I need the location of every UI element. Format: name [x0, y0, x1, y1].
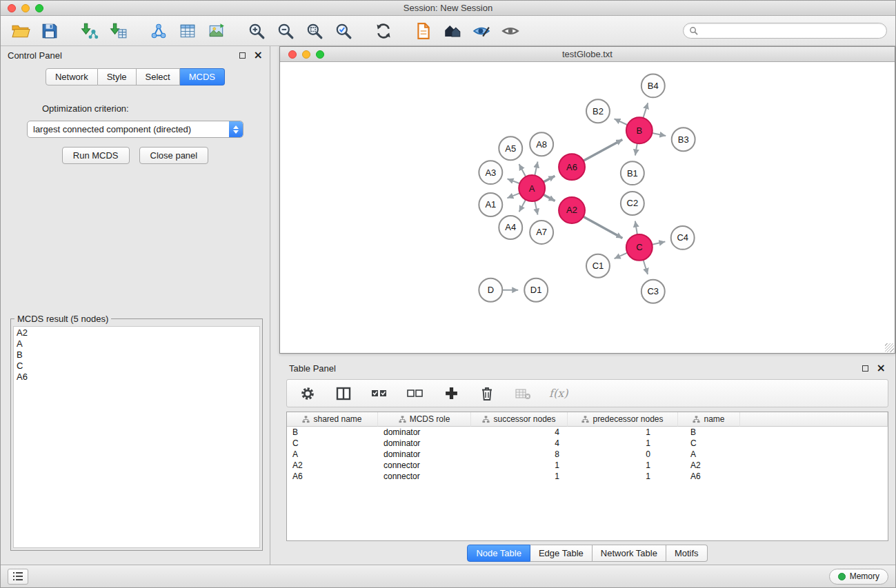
edge-A-A8[interactable]	[535, 162, 537, 176]
graph-node-B1[interactable]: B1	[621, 161, 644, 185]
graph-node-C4[interactable]: C4	[671, 226, 695, 250]
close-table-panel-icon[interactable]: ×	[877, 363, 886, 374]
close-panel-button[interactable]: Close panel	[139, 147, 209, 164]
edge-B-B3[interactable]	[652, 133, 666, 136]
tab-network[interactable]: Network	[46, 68, 98, 85]
graph-node-A8[interactable]: A8	[530, 132, 553, 156]
close-window-button[interactable]	[8, 4, 16, 12]
table-row[interactable]: A2 connector 1 1 A2	[287, 460, 888, 471]
edge-A-A7[interactable]	[535, 201, 537, 215]
edge-C-C2[interactable]	[635, 221, 637, 234]
edge-A-A1[interactable]	[507, 193, 519, 198]
edge-A-A2[interactable]	[544, 194, 555, 201]
result-item[interactable]: B	[14, 349, 259, 361]
graph-node-B3[interactable]: B3	[672, 128, 695, 151]
float-table-panel-icon[interactable]	[862, 365, 868, 372]
graph-node-D[interactable]: D	[479, 278, 502, 302]
create-column-button[interactable]	[441, 384, 461, 403]
graph-node-A5[interactable]: A5	[499, 136, 522, 160]
close-network-window-button[interactable]	[288, 50, 297, 59]
edge-B-B1[interactable]	[635, 143, 637, 155]
new-table-button[interactable]	[176, 19, 199, 43]
edge-A-A6[interactable]	[544, 176, 555, 182]
open-session-button[interactable]	[9, 19, 32, 43]
column-header-mcds-role[interactable]: MCDS role	[378, 412, 471, 427]
delete-table-button[interactable]	[513, 384, 532, 403]
edge-C-C3[interactable]	[644, 260, 648, 274]
function-builder-button[interactable]: f(x)	[549, 387, 568, 400]
birds-eye-view-button[interactable]	[499, 19, 522, 43]
table-settings-button[interactable]	[298, 384, 317, 403]
edge-A-A4[interactable]	[519, 200, 526, 212]
edge-B-B2[interactable]	[615, 119, 628, 125]
tab-select[interactable]: Select	[137, 68, 180, 85]
network-graph[interactable]: B4B2BB3A5A8A6A3B1AC2A1A2A4A7C4CC1DD1C3	[280, 62, 895, 353]
minimize-network-window-button[interactable]	[302, 50, 310, 59]
graph-node-A1[interactable]: A1	[479, 193, 502, 216]
unselect-all-button[interactable]	[406, 384, 425, 403]
graph-node-A3[interactable]: A3	[479, 161, 502, 184]
search-input[interactable]	[701, 26, 881, 36]
edge-A2-C[interactable]	[584, 216, 623, 238]
zoom-fit-button[interactable]	[303, 19, 326, 43]
result-item[interactable]: A	[14, 338, 259, 349]
edge-A-A5[interactable]	[519, 164, 526, 176]
graph-node-A7[interactable]: A7	[530, 221, 553, 244]
network-canvas[interactable]: B4B2BB3A5A8A6A3B1AC2A1A2A4A7C4CC1DD1C3	[280, 62, 895, 353]
graph-node-A4[interactable]: A4	[499, 216, 522, 239]
edge-A-A3[interactable]	[508, 179, 520, 183]
zoom-in-button[interactable]	[245, 19, 268, 43]
tab-motifs[interactable]: Motifs	[666, 545, 708, 562]
float-panel-icon[interactable]	[239, 52, 246, 59]
show-columns-button[interactable]	[334, 384, 353, 403]
home-button[interactable]	[441, 19, 464, 43]
graph-node-B4[interactable]: B4	[641, 74, 665, 97]
search-box[interactable]	[683, 23, 887, 39]
edge-C-C4[interactable]	[652, 241, 665, 244]
table-row[interactable]: B dominator 4 1 B	[287, 427, 888, 438]
column-header-predecessor-nodes[interactable]: predecessor nodes	[568, 412, 678, 427]
edge-C-C1[interactable]	[615, 253, 628, 258]
graph-node-C[interactable]: C	[626, 234, 653, 261]
resize-handle[interactable]	[885, 343, 894, 352]
zoom-network-window-button[interactable]	[316, 50, 324, 59]
graph-node-B[interactable]: B	[626, 117, 653, 143]
run-mcds-button[interactable]: Run MCDS	[62, 147, 130, 164]
tab-network-table[interactable]: Network Table	[593, 545, 666, 562]
graphics-details-button[interactable]	[470, 19, 493, 43]
tab-style[interactable]: Style	[98, 68, 137, 85]
new-network-button[interactable]	[147, 19, 170, 43]
refresh-button[interactable]	[372, 19, 395, 43]
tab-mcds[interactable]: MCDS	[180, 68, 225, 85]
graph-node-D1[interactable]: D1	[524, 278, 548, 302]
zoom-window-button[interactable]	[35, 4, 43, 12]
graph-node-A[interactable]: A	[519, 175, 545, 201]
graph-node-C2[interactable]: C2	[621, 192, 644, 215]
mcds-result-list[interactable]: A2 A B C A6	[13, 326, 260, 548]
table-row[interactable]: A dominator 8 0 A	[287, 449, 888, 460]
delete-column-button[interactable]	[477, 384, 497, 403]
graph-node-A6[interactable]: A6	[559, 154, 585, 180]
optimization-criterion-select[interactable]: largest connected component (directed)	[27, 121, 243, 138]
column-header-successor-nodes[interactable]: successor nodes	[471, 412, 568, 427]
task-history-button[interactable]	[8, 569, 28, 585]
result-item[interactable]: C	[14, 361, 259, 372]
graph-node-C3[interactable]: C3	[641, 280, 665, 303]
graph-node-B2[interactable]: B2	[586, 99, 610, 123]
minimize-window-button[interactable]	[21, 4, 30, 12]
zoom-selected-button[interactable]	[332, 19, 355, 43]
select-all-button[interactable]	[370, 384, 389, 403]
memory-button[interactable]: Memory	[829, 569, 888, 585]
result-item[interactable]: A2	[14, 327, 259, 338]
table-row[interactable]: A6 connector 1 1 A6	[287, 471, 888, 482]
column-header-name[interactable]: name	[678, 412, 740, 427]
graph-node-C1[interactable]: C1	[586, 254, 610, 278]
export-image-button[interactable]	[205, 19, 228, 43]
import-network-button[interactable]	[78, 19, 101, 43]
save-session-button[interactable]	[38, 19, 61, 43]
edge-B-B4[interactable]	[643, 103, 648, 118]
zoom-out-button[interactable]	[274, 19, 297, 43]
column-header-shared-name[interactable]: shared name	[287, 412, 378, 427]
session-report-button[interactable]	[412, 19, 435, 43]
tab-edge-table[interactable]: Edge Table	[530, 545, 593, 562]
